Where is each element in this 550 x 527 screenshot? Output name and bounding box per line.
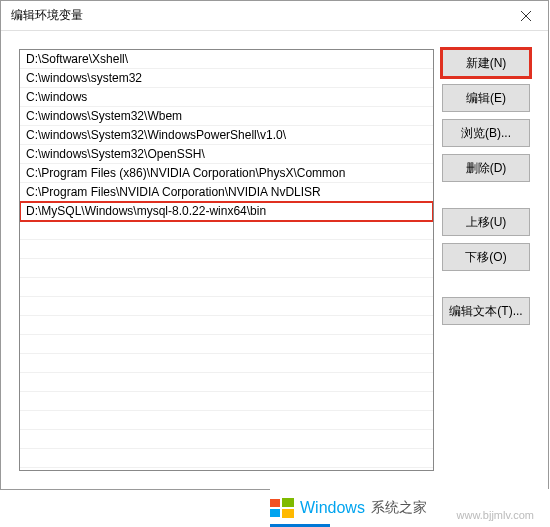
list-item[interactable]: C:\Program Files\NVIDIA Corporation\NVID…	[20, 183, 433, 202]
environment-variable-dialog: 编辑环境变量 D:\Software\Xshell\C:\windows\sys…	[0, 0, 549, 490]
list-item[interactable]	[20, 278, 433, 297]
list-item[interactable]	[20, 221, 433, 240]
path-list-container: D:\Software\Xshell\C:\windows\system32C:…	[19, 49, 434, 471]
list-item[interactable]	[20, 259, 433, 278]
list-item[interactable]	[20, 449, 433, 468]
list-item[interactable]: C:\Program Files (x86)\NVIDIA Corporatio…	[20, 164, 433, 183]
list-item[interactable]	[20, 373, 433, 392]
close-icon	[521, 11, 531, 21]
watermark-url: www.bjjmlv.com	[457, 509, 534, 521]
list-item[interactable]	[20, 354, 433, 373]
close-button[interactable]	[503, 1, 548, 31]
dialog-content: D:\Software\Xshell\C:\windows\system32C:…	[1, 31, 548, 489]
svg-rect-2	[270, 499, 280, 507]
list-item[interactable]: D:\Software\Xshell\	[20, 50, 433, 69]
dialog-title: 编辑环境变量	[11, 7, 83, 24]
list-item[interactable]: C:\windows\System32\Wbem	[20, 107, 433, 126]
moveup-button[interactable]: 上移(U)	[442, 208, 530, 236]
list-item[interactable]	[20, 430, 433, 449]
list-item[interactable]: C:\windows\System32\WindowsPowerShell\v1…	[20, 126, 433, 145]
list-item[interactable]	[20, 335, 433, 354]
titlebar: 编辑环境变量	[1, 1, 548, 31]
list-item[interactable]: C:\windows\system32	[20, 69, 433, 88]
button-panel: 新建(N) 编辑(E) 浏览(B)... 删除(D) 上移(U) 下移(O) 编…	[442, 49, 530, 471]
movedown-button[interactable]: 下移(O)	[442, 243, 530, 271]
edit-button[interactable]: 编辑(E)	[442, 84, 530, 112]
delete-button[interactable]: 删除(D)	[442, 154, 530, 182]
new-button[interactable]: 新建(N)	[442, 49, 530, 77]
list-item[interactable]	[20, 240, 433, 259]
spacer	[442, 189, 530, 201]
list-item[interactable]: C:\windows	[20, 88, 433, 107]
branding-bar: Windows 系统之家	[270, 489, 550, 527]
list-item[interactable]: C:\windows\System32\OpenSSH\	[20, 145, 433, 164]
svg-rect-5	[282, 509, 294, 518]
windows-text: Windows	[300, 499, 365, 517]
list-item[interactable]: D:\MySQL\Windows\mysql-8.0.22-winx64\bin	[20, 202, 433, 221]
svg-rect-3	[282, 498, 294, 507]
list-item[interactable]	[20, 392, 433, 411]
browse-button[interactable]: 浏览(B)...	[442, 119, 530, 147]
branding-suffix: 系统之家	[371, 499, 427, 517]
svg-rect-4	[270, 509, 280, 517]
list-item[interactable]	[20, 297, 433, 316]
list-item[interactable]	[20, 316, 433, 335]
path-list[interactable]: D:\Software\Xshell\C:\windows\system32C:…	[20, 50, 433, 468]
list-item[interactable]	[20, 411, 433, 430]
windows-logo-group: Windows 系统之家	[270, 496, 427, 520]
windows-logo-icon	[270, 496, 294, 520]
edittext-button[interactable]: 编辑文本(T)...	[442, 297, 530, 325]
spacer	[442, 278, 530, 290]
